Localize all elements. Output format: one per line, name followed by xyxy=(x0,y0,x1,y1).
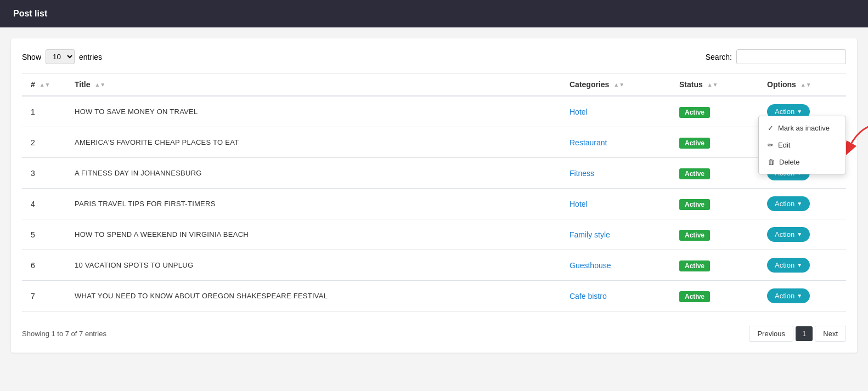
entries-label: entries xyxy=(79,53,102,61)
showing-text: Showing 1 to 7 of 7 entries xyxy=(22,330,106,338)
col-header-options: Options ▲▼ xyxy=(758,73,846,97)
cell-status: Active xyxy=(670,189,758,219)
status-badge: Active xyxy=(679,230,710,241)
cell-title: WHAT YOU NEED TO KNOW ABOUT OREGON SHAKE… xyxy=(66,281,561,311)
top-bar: Post list xyxy=(0,0,868,27)
pagination: Previous 1 Next xyxy=(749,326,846,342)
cell-category: Cafe bistro xyxy=(561,281,670,311)
table-controls: Show 10 25 50 entries Search: xyxy=(22,49,846,64)
action-dropdown-menu: ✓Mark as inactive✏Edit🗑Delete xyxy=(758,116,846,174)
status-badge: Active xyxy=(679,138,710,149)
cell-number: 7 xyxy=(22,281,66,311)
status-badge: Active xyxy=(679,168,710,179)
sort-icon-categories[interactable]: ▲▼ xyxy=(613,82,624,88)
delete-item[interactable]: 🗑Delete xyxy=(759,154,846,171)
cell-options: Action ▼✓Mark as inactive✏Edit🗑Delete xyxy=(758,96,846,127)
sort-icon-number[interactable]: ▲▼ xyxy=(40,82,50,88)
cell-status: Active xyxy=(670,158,758,189)
show-label: Show xyxy=(22,53,41,61)
cell-category: Family style xyxy=(561,219,670,250)
status-badge: Active xyxy=(679,107,710,118)
cell-options: Action ▼ xyxy=(758,219,846,250)
action-button-7[interactable]: Action ▼ xyxy=(767,288,810,303)
search-input[interactable] xyxy=(736,49,846,64)
table-row: 610 VACATION SPOTS TO UNPLUGGuesthouseAc… xyxy=(22,250,846,281)
cell-title: 10 VACATION SPOTS TO UNPLUG xyxy=(66,250,561,281)
cell-title: A FITNESS DAY IN JOHANNESBURG xyxy=(66,158,561,189)
cell-options: Action ▼ xyxy=(758,250,846,281)
col-header-title: Title ▲▼ xyxy=(66,73,561,97)
cell-title: HOW TO SAVE MONEY ON TRAVEL xyxy=(66,96,561,127)
table-row: 4PARIS TRAVEL TIPS FOR FIRST-TIMERSHotel… xyxy=(22,189,846,219)
main-content: Show 10 25 50 entries Search: # ▲▼ Title… xyxy=(11,38,857,353)
table-row: 5HOW TO SPEND A WEEKEND IN VIRGINIA BEAC… xyxy=(22,219,846,250)
cell-category: Fitness xyxy=(561,158,670,189)
sort-icon-title[interactable]: ▲▼ xyxy=(94,82,105,88)
table-row: 1HOW TO SAVE MONEY ON TRAVELHotelActiveA… xyxy=(22,96,846,127)
entries-select[interactable]: 10 25 50 xyxy=(46,49,75,64)
col-header-number: # ▲▼ xyxy=(22,73,66,97)
show-entries-control: Show 10 25 50 entries xyxy=(22,49,102,64)
post-table: # ▲▼ Title ▲▼ Categories ▲▼ Status ▲▼ Op… xyxy=(22,73,846,311)
action-button-5[interactable]: Action ▼ xyxy=(767,227,810,242)
status-badge: Active xyxy=(679,199,710,210)
col-header-status: Status ▲▼ xyxy=(670,73,758,97)
cell-status: Active xyxy=(670,250,758,281)
status-badge: Active xyxy=(679,291,710,302)
action-button-4[interactable]: Action ▼ xyxy=(767,196,810,211)
previous-button[interactable]: Previous xyxy=(749,326,793,342)
sort-icon-status[interactable]: ▲▼ xyxy=(707,82,718,88)
cell-number: 3 xyxy=(22,158,66,189)
cell-category: Hotel xyxy=(561,96,670,127)
cell-number: 6 xyxy=(22,250,66,281)
status-badge: Active xyxy=(679,260,710,271)
cell-number: 2 xyxy=(22,127,66,158)
page-title: Post list xyxy=(13,9,47,18)
cell-category: Restaurant xyxy=(561,127,670,158)
cell-options: Action ▼ xyxy=(758,189,846,219)
col-header-categories: Categories ▲▼ xyxy=(561,73,670,97)
search-label: Search: xyxy=(706,53,732,61)
action-button-6[interactable]: Action ▼ xyxy=(767,258,810,273)
table-row: 7WHAT YOU NEED TO KNOW ABOUT OREGON SHAK… xyxy=(22,281,846,311)
cell-number: 4 xyxy=(22,189,66,219)
cell-title: HOW TO SPEND A WEEKEND IN VIRGINIA BEACH xyxy=(66,219,561,250)
current-page: 1 xyxy=(796,326,813,341)
cell-category: Guesthouse xyxy=(561,250,670,281)
cell-number: 5 xyxy=(22,219,66,250)
next-button[interactable]: Next xyxy=(815,326,846,342)
cell-status: Active xyxy=(670,127,758,158)
cell-title: AMERICA'S FAVORITE CHEAP PLACES TO EAT xyxy=(66,127,561,158)
cell-status: Active xyxy=(670,219,758,250)
cell-options: Action ▼ xyxy=(758,281,846,311)
edit-item[interactable]: ✏Edit xyxy=(759,137,846,154)
table-row: 2AMERICA'S FAVORITE CHEAP PLACES TO EATR… xyxy=(22,127,846,158)
cell-category: Hotel xyxy=(561,189,670,219)
table-row: 3A FITNESS DAY IN JOHANNESBURGFitnessAct… xyxy=(22,158,846,189)
cell-number: 1 xyxy=(22,96,66,127)
cell-status: Active xyxy=(670,281,758,311)
cell-status: Active xyxy=(670,96,758,127)
table-footer: Showing 1 to 7 of 7 entries Previous 1 N… xyxy=(22,320,846,342)
mark-inactive-item[interactable]: ✓Mark as inactive xyxy=(759,120,846,137)
search-box: Search: xyxy=(706,49,846,64)
sort-icon-options[interactable]: ▲▼ xyxy=(801,82,811,88)
cell-title: PARIS TRAVEL TIPS FOR FIRST-TIMERS xyxy=(66,189,561,219)
